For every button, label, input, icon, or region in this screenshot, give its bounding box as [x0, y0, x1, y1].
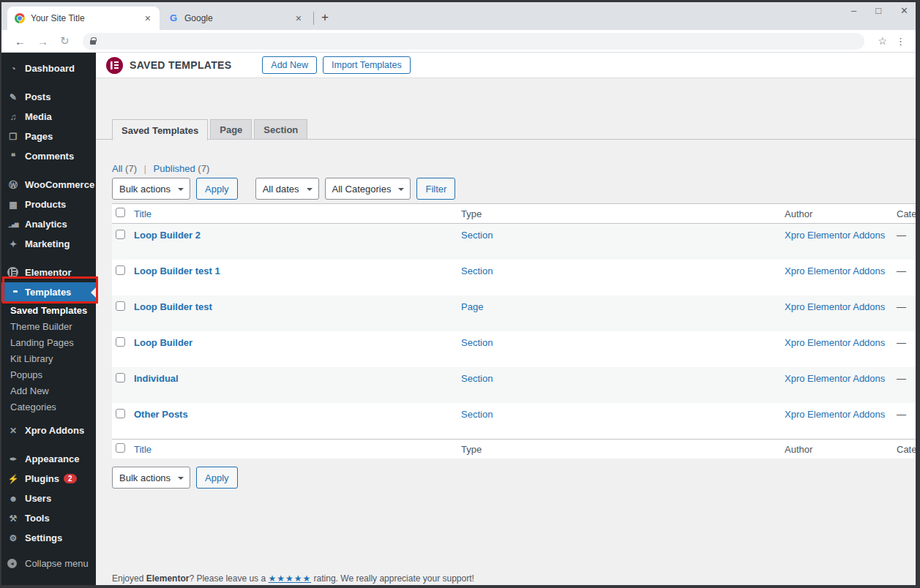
template-title-link[interactable]: Loop Builder test 1 [134, 265, 220, 276]
sidebar-item-templates[interactable]: Templates [1, 282, 96, 302]
table-row: Other Posts Section Xpro Elementor Addon… [112, 403, 916, 439]
column-title-sort-link[interactable]: Title [134, 444, 152, 455]
template-type-link[interactable]: Section [461, 409, 493, 420]
template-author-link[interactable]: Xpro Elementor Addons [785, 409, 885, 420]
sidebar-item-marketing[interactable]: ✦ Marketing [1, 234, 96, 254]
row-checkbox[interactable] [116, 265, 125, 275]
template-type-link[interactable]: Section [461, 373, 493, 384]
analytics-icon: ▁▄▆ [7, 222, 19, 227]
lock-icon [90, 40, 96, 45]
tab-close-icon[interactable]: × [143, 13, 152, 23]
sidebar-item-products[interactable]: ▦ Products [1, 195, 96, 214]
all-dates-select[interactable]: All dates [255, 178, 319, 200]
select-all-checkbox[interactable] [116, 208, 125, 217]
tab-saved-templates[interactable]: Saved Templates [112, 119, 208, 140]
tools-icon: ⚒ [7, 514, 19, 523]
minimize-button[interactable]: – [851, 5, 856, 16]
bottom-bulk-bar: Bulk actions Apply [112, 467, 238, 489]
reload-icon[interactable]: ↻ [60, 34, 70, 48]
row-checkbox[interactable] [116, 230, 125, 239]
submenu-kit-library[interactable]: Kit Library [1, 350, 96, 366]
template-author-link[interactable]: Xpro Elementor Addons [785, 301, 885, 312]
new-tab-button[interactable]: + [317, 10, 333, 25]
template-title-link[interactable]: Loop Builder 2 [134, 230, 201, 241]
view-all-link[interactable]: All [112, 163, 122, 174]
browser-tab-strip: Your Site Title × G Google × + – □ ✕ [1, 2, 916, 30]
template-categories: — [897, 301, 916, 312]
template-type-tabs: Saved Templates Page Section [112, 119, 310, 140]
add-new-button[interactable]: Add New [262, 56, 317, 74]
browser-tab-site[interactable]: Your Site Title × [7, 7, 160, 30]
sidebar-item-settings[interactable]: ⚙ Settings [1, 528, 96, 548]
sidebar-item-analytics[interactable]: ▁▄▆ Analytics [1, 214, 96, 234]
plugins-count-badge: 2 [64, 474, 77, 483]
apply-button[interactable]: Apply [196, 178, 238, 200]
window-controls: – □ ✕ [851, 5, 908, 16]
template-title-link[interactable]: Loop Builder [134, 337, 192, 348]
template-type-link[interactable]: Section [461, 230, 493, 241]
google-g-icon: G [168, 13, 179, 23]
template-title-link[interactable]: Loop Builder test [134, 301, 212, 312]
sidebar-item-users[interactable]: ☻ Users [1, 489, 96, 508]
view-published-link[interactable]: Published [154, 163, 195, 174]
bulk-actions-select[interactable]: Bulk actions [112, 178, 190, 200]
template-title-link[interactable]: Individual [134, 373, 179, 384]
browser-menu-icon[interactable]: ⋮ [896, 36, 905, 47]
column-title-sort-link[interactable]: Title [134, 208, 152, 219]
row-checkbox[interactable] [116, 409, 125, 418]
template-author-link[interactable]: Xpro Elementor Addons [785, 373, 885, 384]
bookmark-star-icon[interactable]: ☆ [878, 35, 887, 47]
sidebar-item-appearance[interactable]: ✒ Appearance [1, 449, 96, 469]
sidebar-item-xpro-addons[interactable]: ✕ Xpro Addons [1, 421, 96, 440]
submenu-add-new[interactable]: Add New [1, 382, 96, 399]
sidebar-item-media[interactable]: ♫ Media [1, 107, 96, 127]
bulk-actions-select-bottom[interactable]: Bulk actions [112, 467, 190, 489]
template-title-link[interactable]: Other Posts [134, 409, 188, 420]
tab-close-icon[interactable]: × [294, 13, 303, 23]
screenshot-frame: Your Site Title × G Google × + – □ ✕ ← →… [0, 0, 920, 588]
template-type-link[interactable]: Page [461, 301, 483, 312]
import-templates-button[interactable]: Import Templates [323, 56, 411, 74]
maximize-button[interactable]: □ [875, 5, 881, 16]
submenu-theme-builder[interactable]: Theme Builder [1, 318, 96, 334]
submenu-landing-pages[interactable]: Landing Pages [1, 334, 96, 350]
address-bar[interactable] [83, 33, 865, 50]
row-checkbox[interactable] [116, 373, 125, 382]
sidebar-item-plugins[interactable]: ⚡ Plugins 2 [1, 469, 96, 489]
sidebar-item-collapse-menu[interactable]: ◂ Collapse menu [1, 554, 96, 573]
browser-tab-google[interactable]: G Google × [161, 7, 310, 30]
all-categories-select[interactable]: All Categories [325, 178, 411, 200]
template-type-link[interactable]: Section [461, 337, 493, 348]
row-checkbox[interactable] [116, 337, 125, 347]
tab-section[interactable]: Section [254, 119, 307, 140]
apply-button-bottom[interactable]: Apply [196, 467, 238, 489]
sidebar-item-woocommerce[interactable]: Ⓦ WooCommerce [1, 175, 96, 195]
sidebar-item-posts[interactable]: ✎ Posts [1, 87, 96, 107]
table-row: Individual Section Xpro Elementor Addons… [112, 367, 916, 403]
sidebar-item-comments[interactable]: ❝ Comments [1, 146, 96, 166]
submenu-categories[interactable]: Categories [1, 399, 96, 415]
filter-button[interactable]: Filter [416, 178, 455, 200]
column-author: Author [785, 208, 897, 219]
submenu-popups[interactable]: Popups [1, 366, 96, 382]
tab-page[interactable]: Page [210, 119, 252, 140]
template-author-link[interactable]: Xpro Elementor Addons [785, 230, 885, 241]
forward-icon[interactable]: → [37, 35, 48, 48]
sidebar-item-pages[interactable]: ❐ Pages [1, 127, 96, 146]
xpro-x-icon: ✕ [7, 426, 19, 435]
table-row: Loop Builder test 1 Section Xpro Element… [112, 260, 916, 295]
sidebar-item-dashboard[interactable]: ◔ Dashboard [1, 59, 96, 78]
rating-stars-link[interactable]: ★★★★★ [268, 573, 311, 584]
select-all-checkbox[interactable] [116, 443, 125, 453]
template-author-link[interactable]: Xpro Elementor Addons [785, 337, 885, 348]
sidebar-item-elementor[interactable]: Elementor [1, 263, 96, 282]
template-author-link[interactable]: Xpro Elementor Addons [785, 265, 885, 276]
row-checkbox[interactable] [116, 301, 125, 311]
admin-sidebar: ◔ Dashboard ✎ Posts ♫ Media ❐ Pages ❝ Co… [1, 53, 96, 585]
submenu-saved-templates[interactable]: Saved Templates [1, 302, 96, 318]
sidebar-item-tools[interactable]: ⚒ Tools [1, 508, 96, 528]
column-type: Type [461, 444, 785, 455]
back-icon[interactable]: ← [15, 35, 26, 48]
template-type-link[interactable]: Section [461, 265, 493, 276]
close-button[interactable]: ✕ [900, 5, 908, 16]
